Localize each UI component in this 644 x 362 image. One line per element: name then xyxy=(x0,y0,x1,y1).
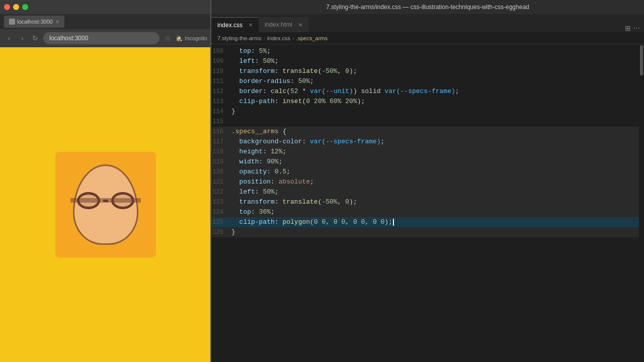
editor-breadcrumb: 7.styling-the-arms › index.css › .specs_… xyxy=(211,32,644,44)
editor-title: 7.styling-the-arms/index.css — css-illus… xyxy=(326,4,529,11)
tab-html-label: index.html xyxy=(265,21,292,28)
browser-content xyxy=(0,47,211,362)
breadcrumb-sep-1: › xyxy=(263,35,265,41)
browser-tab-bar: localhost:3000 ✕ xyxy=(0,14,211,29)
bookmark-button[interactable]: ☆ xyxy=(163,33,173,43)
code-line-112: 112 border: calc(52 * var(--unit)) solid… xyxy=(211,86,644,97)
minimize-button[interactable] xyxy=(13,4,19,10)
browser-window: localhost:3000 ✕ ‹ › ↻ localhost:3000 ☆ … xyxy=(0,0,211,362)
forward-button[interactable]: › xyxy=(17,33,27,43)
glasses-frames xyxy=(75,192,136,209)
code-line-108: 108 top: 5%; xyxy=(211,46,644,56)
browser-tab-label: localhost:3000 xyxy=(17,19,53,25)
browser-titlebar xyxy=(0,0,211,14)
reload-button[interactable]: ↻ xyxy=(30,33,40,43)
code-line-109: 109 left: 50%; xyxy=(211,56,644,66)
code-line-117: 117 background-color: var(--specs-frame)… xyxy=(211,137,644,147)
code-line-118: 118 height: 12%; xyxy=(211,147,644,157)
breadcrumb-part-2: index.css xyxy=(267,35,290,41)
code-line-122: 122 left: 50%; xyxy=(211,187,644,197)
browser-address-bar: ‹ › ↻ localhost:3000 ☆ 🕵 Incognito xyxy=(0,29,211,47)
egg-illustration-container xyxy=(55,152,156,257)
code-line-121: 121 position: absolute; xyxy=(211,177,644,187)
tab-css-label: index.css xyxy=(217,22,243,29)
tab-index-html[interactable]: index.html ✕ xyxy=(259,17,308,32)
split-editor-button[interactable]: ⊞ xyxy=(625,24,631,32)
scrollbar-thumb xyxy=(640,45,643,75)
code-line-116: 116 .specs__arms { xyxy=(211,127,644,137)
back-button[interactable]: ‹ xyxy=(4,33,14,43)
tab-index-css[interactable]: index.css ✕ xyxy=(211,17,259,32)
maximize-button[interactable] xyxy=(22,4,28,10)
panel-splitter[interactable] xyxy=(210,0,211,362)
glasses xyxy=(75,192,136,209)
code-line-125: 125 clip-path: polygon(0 0, 0 0, 0 0, 0 … xyxy=(211,217,644,227)
incognito-label: Incognito xyxy=(185,35,207,41)
code-line-119: 119 width: 90%; xyxy=(211,157,644,167)
breadcrumb-part-1: 7.styling-the-arms xyxy=(217,35,261,41)
close-button[interactable] xyxy=(4,4,10,10)
code-line-126: 126 } xyxy=(211,227,644,237)
editor-scrollbar[interactable] xyxy=(639,44,644,362)
editor-window: 7.styling-the-arms/index.css — css-illus… xyxy=(211,0,644,362)
more-options-button[interactable]: ⋯ xyxy=(633,24,640,32)
left-lens xyxy=(77,192,100,209)
code-line-124: 124 top: 36%; xyxy=(211,207,644,217)
editor-tabs: index.css ✕ index.html ✕ ⊞ ⋯ xyxy=(211,14,644,32)
browser-tab[interactable]: localhost:3000 ✕ xyxy=(4,16,64,28)
address-bar[interactable]: localhost:3000 xyxy=(43,32,159,44)
editor-code-area[interactable]: 108 top: 5%; 109 left: 50%; 110 transfor… xyxy=(211,44,644,362)
close-css-tab[interactable]: ✕ xyxy=(249,22,253,28)
close-html-tab[interactable]: ✕ xyxy=(298,22,302,28)
code-line-113: 113 clip-path: inset(0 20% 60% 20%); xyxy=(211,97,644,107)
incognito-badge: 🕵 Incognito xyxy=(176,35,207,42)
code-line-120: 120 opacity: 0.5; xyxy=(211,167,644,177)
right-lens xyxy=(111,192,134,209)
glasses-bridge xyxy=(103,200,108,202)
code-line-115: 115 xyxy=(211,117,644,127)
incognito-icon: 🕵 xyxy=(176,35,183,42)
code-line-111: 111 border-radius: 50%; xyxy=(211,76,644,86)
editor-titlebar: 7.styling-the-arms/index.css — css-illus… xyxy=(211,0,644,14)
code-line-123: 123 transform: translate(-50%, 0); xyxy=(211,197,644,207)
url-text: localhost:3000 xyxy=(49,35,88,42)
breadcrumb-sep-2: › xyxy=(292,35,294,41)
egg-shape xyxy=(73,164,138,245)
code-line-114: 114 } xyxy=(211,107,644,117)
tab-favicon xyxy=(9,19,15,25)
browser-tab-close[interactable]: ✕ xyxy=(55,19,59,25)
editor-toolbar-right: ⊞ ⋯ xyxy=(621,24,644,32)
code-line-110: 110 transform: translate(-50%, 0); xyxy=(211,66,644,76)
breadcrumb-part-3: .specs_arms xyxy=(296,35,328,41)
